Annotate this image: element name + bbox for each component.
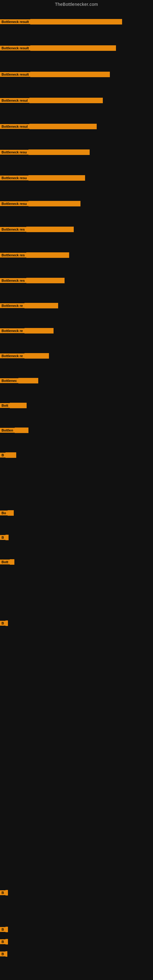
- bar-row: Bottleneck result: [0, 45, 116, 51]
- bar-label: Bottlen: [0, 428, 15, 433]
- bar-line: [5, 890, 8, 896]
- bar-row: Bottleneck resu: [0, 201, 80, 207]
- bar-line: [5, 535, 9, 540]
- bar-line: [30, 19, 122, 24]
- bar-row: Bott: [0, 559, 14, 565]
- bar-row: B: [0, 951, 7, 957]
- bar-label: B: [0, 927, 5, 932]
- site-title: TheBottlenecker.com: [0, 0, 153, 8]
- bar-line: [29, 201, 80, 207]
- bar-row: Bottleneck re: [0, 353, 49, 359]
- bar-row: Bottleneck resul: [0, 124, 97, 129]
- bar-row: Bottleneck result: [0, 19, 122, 24]
- bar-line: [29, 98, 103, 103]
- bar-row: Bottleneck res: [0, 227, 74, 232]
- bar-label: B: [0, 453, 5, 458]
- bar-row: Bo: [0, 510, 14, 516]
- bar-line: [8, 510, 14, 516]
- bar-label: Bottleneck result: [0, 46, 30, 51]
- bar-row: Bottleneck resul: [0, 98, 103, 103]
- bar-label: Bottleneck res: [0, 278, 26, 283]
- bar-label: Bottleneck resu: [0, 201, 29, 206]
- bar-line: [26, 252, 69, 258]
- bar-label: Bottleneck re: [0, 328, 24, 333]
- bar-row: B: [0, 927, 8, 932]
- bar-row: B: [0, 939, 8, 945]
- bar-label: Bottleneck result: [0, 19, 30, 24]
- bar-line: [29, 124, 97, 129]
- bar-label: Bottleneck resul: [0, 98, 29, 103]
- bar-label: Bott: [0, 403, 10, 408]
- bar-label: Bottleneck resu: [0, 150, 29, 155]
- bar-line: [10, 559, 14, 565]
- bar-row: Bottleneck result: [0, 72, 110, 77]
- bar-row: Bottleneck re: [0, 328, 54, 334]
- bar-line: [24, 328, 54, 334]
- bar-line: [5, 452, 16, 458]
- bar-label: Bottleneck resu: [0, 175, 29, 180]
- bar-row: Bottlen: [0, 428, 29, 433]
- bar-row: Bottlenec: [0, 378, 38, 383]
- bar-label: B: [0, 535, 5, 540]
- bar-label: Bottleneck re: [0, 303, 24, 308]
- bar-line: [26, 227, 74, 232]
- bar-row: Bott: [0, 403, 27, 408]
- bar-line: [5, 939, 8, 945]
- bar-label: B: [0, 951, 5, 956]
- bar-row: B: [0, 535, 9, 540]
- bar-row: Bottleneck resu: [0, 175, 85, 181]
- bar-line: [26, 278, 65, 283]
- bar-line: [18, 378, 38, 383]
- bar-label: Bottleneck re: [0, 353, 24, 358]
- bar-line: [29, 175, 85, 181]
- bar-line: [29, 150, 90, 155]
- bar-label: Bottleneck res: [0, 253, 26, 258]
- bar-row: B: [0, 890, 8, 896]
- bar-label: Bottleneck result: [0, 72, 30, 77]
- bar-line: [5, 951, 7, 957]
- bar-label: Bottlenec: [0, 378, 18, 383]
- bar-line: [5, 927, 8, 932]
- bar-row: B: [0, 620, 8, 626]
- bar-label: B: [0, 890, 5, 895]
- bar-label: Bottleneck resul: [0, 124, 29, 129]
- bar-row: Bottleneck res: [0, 252, 69, 258]
- bar-line: [24, 353, 49, 359]
- bar-row: Bottleneck res: [0, 278, 65, 283]
- bar-line: [15, 428, 29, 433]
- bar-row: B: [0, 452, 16, 458]
- bar-row: Bottleneck re: [0, 303, 58, 309]
- bar-line: [30, 45, 116, 51]
- bar-label: B: [0, 621, 5, 626]
- bar-label: B: [0, 939, 5, 944]
- bar-line: [10, 403, 27, 408]
- bar-line: [30, 72, 110, 77]
- bar-row: Bottleneck resu: [0, 150, 90, 155]
- bar-label: Bo: [0, 511, 8, 515]
- bar-line: [24, 303, 58, 309]
- bar-line: [5, 620, 8, 626]
- bar-label: Bott: [0, 560, 10, 565]
- bar-label: Bottleneck res: [0, 227, 26, 232]
